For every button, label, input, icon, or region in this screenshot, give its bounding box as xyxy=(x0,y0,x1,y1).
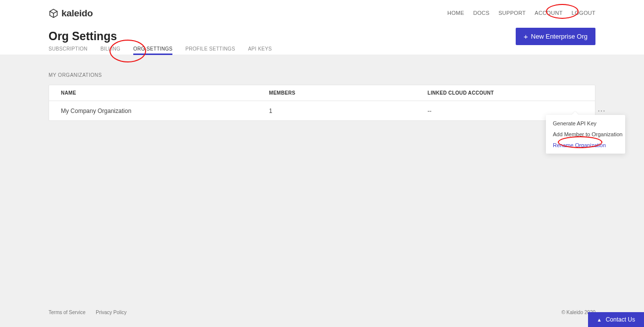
top-bar: kaleido HOME DOCS SUPPORT ACCOUNT LOGOUT… xyxy=(0,0,644,54)
col-members: MEMBERS xyxy=(269,90,428,96)
plus-icon: + xyxy=(524,32,528,41)
content-area: MY ORGANIZATIONS NAME MEMBERS LINKED CLO… xyxy=(49,54,595,121)
more-icon: ⋯ xyxy=(597,107,606,115)
new-org-button-label: New Enterprise Org xyxy=(531,33,588,40)
chevron-up-icon: ▲ xyxy=(597,317,602,323)
menu-rename-org[interactable]: Rename Organization xyxy=(546,140,625,151)
topnav-home[interactable]: HOME xyxy=(447,10,464,16)
table-row[interactable]: My Company Organization 1 -- ⋯ xyxy=(49,101,595,120)
col-name: NAME xyxy=(61,90,269,96)
tab-subscription[interactable]: SUBSCRIPTION xyxy=(49,46,88,54)
tab-billing[interactable]: BILLING xyxy=(101,46,120,54)
tab-org-settings[interactable]: ORG SETTINGS xyxy=(133,46,172,54)
row-linked: -- xyxy=(428,108,576,114)
contact-us-button[interactable]: ▲ Contact Us xyxy=(588,312,644,327)
row-actions-menu: Generate API Key Add Member to Organizat… xyxy=(546,115,625,154)
contact-us-label: Contact Us xyxy=(606,316,635,323)
org-table: NAME MEMBERS LINKED CLOUD ACCOUNT My Com… xyxy=(49,85,595,121)
menu-add-member[interactable]: Add Member to Organization xyxy=(546,129,625,140)
my-orgs-label: MY ORGANIZATIONS xyxy=(49,72,595,78)
row-actions-button[interactable]: ⋯ xyxy=(576,106,606,115)
tab-api-keys[interactable]: API KEYS xyxy=(248,46,272,54)
logo-icon xyxy=(49,8,58,18)
logo-text: kaleido xyxy=(61,8,93,19)
menu-generate-api-key[interactable]: Generate API Key xyxy=(546,118,625,129)
topnav-docs[interactable]: DOCS xyxy=(473,10,489,16)
tab-bar: SUBSCRIPTION BILLING ORG SETTINGS PROFIL… xyxy=(49,46,272,54)
page-title: Org Settings xyxy=(49,30,117,43)
table-header: NAME MEMBERS LINKED CLOUD ACCOUNT xyxy=(49,85,595,101)
topnav-support[interactable]: SUPPORT xyxy=(498,10,526,16)
footer-tos[interactable]: Terms of Service xyxy=(49,310,85,315)
footer-privacy[interactable]: Privacy Policy xyxy=(96,310,126,315)
topnav-logout[interactable]: LOGOUT xyxy=(572,10,595,16)
footer: Terms of Service Privacy Policy © Kaleid… xyxy=(0,310,644,315)
top-nav: HOME DOCS SUPPORT ACCOUNT LOGOUT xyxy=(447,10,595,16)
col-linked: LINKED CLOUD ACCOUNT xyxy=(428,90,576,96)
new-enterprise-org-button[interactable]: + New Enterprise Org xyxy=(516,28,595,45)
row-members: 1 xyxy=(269,108,428,114)
logo[interactable]: kaleido xyxy=(49,8,93,19)
row-name: My Company Organization xyxy=(61,108,269,114)
tab-profile-settings[interactable]: PROFILE SETTINGS xyxy=(185,46,235,54)
topnav-account[interactable]: ACCOUNT xyxy=(535,10,563,16)
